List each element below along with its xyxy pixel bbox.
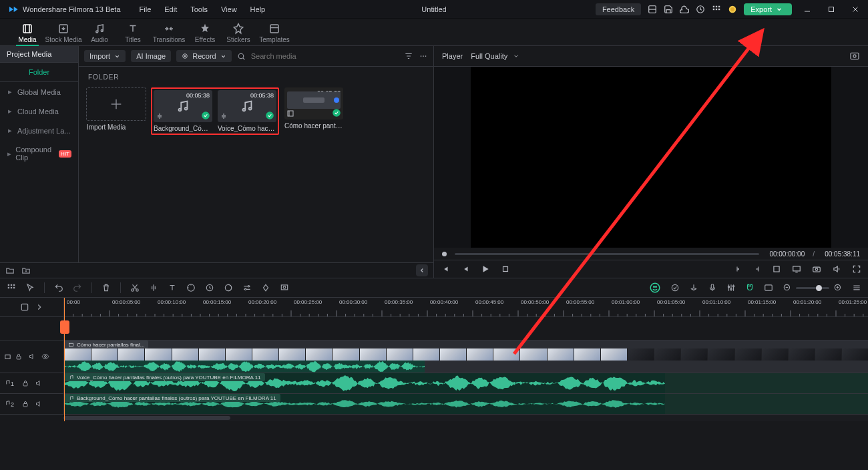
magnet-icon[interactable] bbox=[745, 283, 754, 292]
text-icon[interactable] bbox=[168, 283, 177, 292]
prev-frame-button[interactable] bbox=[441, 264, 450, 274]
auto-ripple-icon[interactable] bbox=[35, 302, 44, 312]
color-icon[interactable] bbox=[224, 283, 233, 292]
import-media-card[interactable]: Import Media bbox=[87, 87, 146, 131]
ai-image-button[interactable]: AI Image bbox=[131, 50, 171, 62]
link-icon[interactable] bbox=[764, 283, 773, 292]
cut-icon[interactable] bbox=[130, 283, 140, 292]
mixer-icon[interactable] bbox=[726, 283, 736, 292]
filter-icon[interactable] bbox=[404, 51, 413, 61]
speed-icon[interactable] bbox=[205, 283, 214, 292]
tab-titles[interactable]: Titles bbox=[116, 20, 150, 45]
audio1-lane[interactable]: Voice_Cómo hacer pantallas finales (outr… bbox=[64, 373, 868, 393]
stop-button[interactable] bbox=[501, 264, 510, 274]
preview-viewer[interactable] bbox=[471, 67, 831, 248]
tracks-icon[interactable] bbox=[7, 283, 16, 292]
scrub-track[interactable] bbox=[455, 253, 759, 255]
redo-icon[interactable] bbox=[73, 283, 82, 292]
zoom-in-icon[interactable] bbox=[833, 283, 843, 292]
snapshot-icon[interactable] bbox=[849, 51, 860, 61]
voiceover-icon[interactable] bbox=[708, 283, 717, 292]
mute-icon[interactable] bbox=[35, 379, 43, 387]
menu-file[interactable]: File bbox=[133, 3, 158, 16]
lock-icon[interactable] bbox=[15, 352, 23, 361]
media-item-background-audio[interactable]: 00:05:38 Background_Cómo ha... bbox=[154, 90, 212, 132]
mute-icon[interactable] bbox=[28, 352, 36, 361]
mute-icon[interactable] bbox=[35, 400, 43, 408]
tab-audio[interactable]: Audio bbox=[83, 20, 116, 45]
menu-view[interactable]: View bbox=[214, 3, 244, 16]
adjust-icon[interactable] bbox=[242, 283, 252, 292]
maximize-button[interactable] bbox=[823, 3, 840, 15]
collapse-sidebar-button[interactable] bbox=[416, 264, 428, 276]
video-lane[interactable]: Cómo hacer pantallas final... bbox=[64, 340, 868, 373]
tab-templates[interactable]: Templates bbox=[255, 20, 294, 45]
visibility-icon[interactable] bbox=[41, 352, 49, 361]
lock-icon[interactable] bbox=[21, 400, 29, 408]
mark-in-button[interactable] bbox=[734, 265, 742, 273]
search-input[interactable] bbox=[250, 51, 346, 61]
tab-stickers[interactable]: Stickers bbox=[222, 20, 255, 45]
play-back-button[interactable] bbox=[461, 264, 470, 274]
track-options-icon[interactable] bbox=[852, 283, 861, 292]
tab-media[interactable]: Media bbox=[11, 20, 44, 45]
timeline-scrollbar[interactable] bbox=[0, 415, 868, 421]
minimize-button[interactable] bbox=[799, 3, 816, 15]
audio-clip-2[interactable]: Background_Cómo hacer pantallas finales … bbox=[64, 394, 868, 414]
menu-help[interactable]: Help bbox=[244, 3, 272, 16]
timeline-settings-icon[interactable] bbox=[20, 302, 29, 312]
display-icon[interactable] bbox=[792, 264, 801, 274]
time-ruler[interactable]: 00:0000:00:05:0000:00:10:0000:00:15:0000… bbox=[64, 298, 868, 316]
coin-icon[interactable] bbox=[728, 5, 737, 14]
auto-beat-icon[interactable] bbox=[649, 282, 661, 294]
zoom-out-icon[interactable] bbox=[783, 283, 792, 292]
close-button[interactable] bbox=[847, 3, 864, 15]
media-item-video[interactable]: 00:05:38 Cómo hacer pantallas ... bbox=[284, 87, 343, 130]
quality-dropdown[interactable]: Full Quality bbox=[471, 52, 519, 60]
keyframe-icon[interactable] bbox=[261, 283, 270, 292]
playhead[interactable] bbox=[64, 298, 65, 421]
fullscreen-icon[interactable] bbox=[852, 264, 861, 274]
video-clip[interactable]: Cómo hacer pantallas final... bbox=[64, 340, 868, 373]
history-icon[interactable] bbox=[696, 5, 705, 14]
volume-icon[interactable] bbox=[832, 264, 841, 274]
sidebar-folder[interactable]: Folder bbox=[0, 63, 78, 82]
record-button[interactable]: Record bbox=[176, 50, 231, 62]
sidebar-item-global-media[interactable]: ▸Global Media bbox=[0, 82, 78, 101]
media-item-voice-audio[interactable]: 00:05:38 Voice_Cómo hacer pa... bbox=[218, 90, 276, 132]
mark-out-button[interactable] bbox=[753, 265, 761, 273]
audio-detach-icon[interactable] bbox=[149, 283, 158, 292]
green-screen-icon[interactable] bbox=[280, 283, 289, 292]
delete-icon[interactable] bbox=[101, 283, 111, 292]
new-folder-icon[interactable] bbox=[5, 266, 15, 275]
undo-icon[interactable] bbox=[54, 283, 63, 292]
cursor-icon[interactable] bbox=[25, 283, 35, 292]
scrub-knob[interactable] bbox=[442, 252, 447, 256]
sidebar-item-adjustment-layer[interactable]: ▸Adjustment La... bbox=[0, 121, 78, 140]
crop-icon[interactable] bbox=[772, 264, 781, 274]
audio-clip-1[interactable]: Voice_Cómo hacer pantallas finales (outr… bbox=[64, 373, 868, 393]
cloud-icon[interactable] bbox=[680, 5, 689, 14]
speed-ramp-icon[interactable] bbox=[186, 283, 196, 292]
lock-icon[interactable] bbox=[21, 379, 29, 387]
search-field[interactable] bbox=[237, 51, 399, 61]
save-icon[interactable] bbox=[664, 5, 673, 14]
more-icon[interactable] bbox=[419, 51, 428, 61]
import-button[interactable]: Import bbox=[84, 50, 126, 62]
audio2-lane[interactable]: Background_Cómo hacer pantallas finales … bbox=[64, 394, 868, 414]
sidebar-item-compound-clip[interactable]: ▸Compound ClipHIT bbox=[0, 140, 78, 167]
scroll-thumb[interactable] bbox=[63, 416, 230, 420]
feedback-button[interactable]: Feedback bbox=[596, 3, 641, 15]
new-bin-icon[interactable] bbox=[21, 266, 31, 275]
player-scrubber[interactable]: 00:00:00:00 / 00:05:38:11 bbox=[434, 248, 868, 260]
tab-stock-media[interactable]: Stock Media bbox=[44, 20, 83, 45]
layout-icon[interactable] bbox=[648, 5, 657, 14]
marker-icon[interactable] bbox=[689, 283, 698, 292]
tab-transitions[interactable]: Transitions bbox=[150, 20, 188, 45]
sidebar-item-cloud-media[interactable]: ▸Cloud Media bbox=[0, 101, 78, 121]
play-button[interactable] bbox=[481, 264, 490, 274]
menu-tools[interactable]: Tools bbox=[184, 3, 214, 16]
zoom-slider[interactable] bbox=[783, 283, 843, 292]
render-icon[interactable] bbox=[670, 283, 680, 292]
tab-effects[interactable]: Effects bbox=[188, 20, 222, 45]
